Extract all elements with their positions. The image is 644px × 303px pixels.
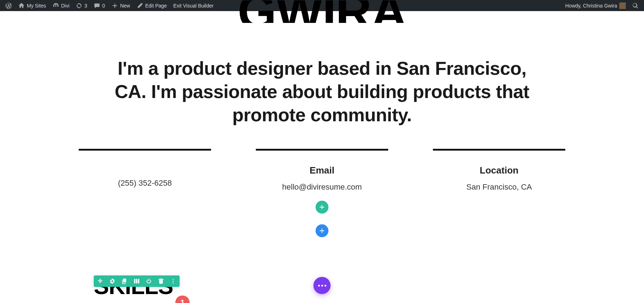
contact-email-column[interactable]: Email hello@diviresume.com: [244, 149, 400, 237]
row-more-button[interactable]: [170, 278, 177, 285]
comments-link[interactable]: 0: [91, 0, 108, 11]
plus-icon: [112, 3, 118, 9]
divider: [256, 149, 388, 151]
dot-icon: [318, 285, 320, 287]
site-name-label: Divi: [61, 3, 69, 9]
wordpress-icon: [5, 3, 12, 9]
divider: [79, 149, 211, 151]
dot-icon: [325, 285, 326, 287]
row-delete-button[interactable]: [157, 278, 165, 285]
divider: [433, 149, 565, 151]
builder-menu-button[interactable]: [313, 277, 331, 294]
row-move-button[interactable]: [97, 278, 104, 285]
my-sites-label: My Sites: [27, 3, 46, 9]
exit-vb-label: Exit Visual Builder: [173, 3, 214, 9]
location-label[interactable]: Location: [421, 165, 577, 176]
row-columns-button[interactable]: [133, 278, 140, 285]
search-icon: [632, 3, 639, 9]
wp-logo[interactable]: [2, 0, 15, 11]
row-toolbar: [94, 275, 180, 287]
comment-icon: [94, 3, 100, 9]
add-row-button[interactable]: [316, 224, 328, 237]
gauge-icon: [53, 3, 59, 9]
svg-point-0: [173, 279, 174, 280]
admin-search[interactable]: [629, 0, 642, 11]
home-icon: [18, 3, 25, 9]
edit-page-label: Edit Page: [145, 3, 167, 9]
howdy-link[interactable]: Howdy, Christina Gwira: [562, 0, 629, 11]
contact-location-column[interactable]: Location San Francisco, CA: [421, 149, 577, 237]
update-icon: [76, 3, 82, 9]
email-label[interactable]: Email: [244, 165, 400, 176]
svg-point-1: [173, 281, 174, 282]
dot-icon: [321, 285, 323, 287]
svg-point-2: [173, 283, 174, 284]
edit-page-link[interactable]: Edit Page: [133, 0, 170, 11]
contact-phone-column[interactable]: (255) 352-6258: [67, 149, 223, 237]
contact-row: (255) 352-6258 Email hello@diviresume.co…: [0, 149, 644, 237]
row-duplicate-button[interactable]: [121, 278, 128, 285]
my-sites-link[interactable]: My Sites: [15, 0, 49, 11]
email-value[interactable]: hello@diviresume.com: [244, 182, 400, 192]
add-module-button[interactable]: [316, 201, 328, 214]
new-link[interactable]: New: [108, 0, 133, 11]
row-power-button[interactable]: [145, 278, 152, 285]
exit-vb-link[interactable]: Exit Visual Builder: [170, 0, 217, 11]
hero-intro[interactable]: I'm a product designer based in San Fran…: [111, 57, 533, 127]
comments-count: 0: [102, 3, 105, 9]
page-canvas: GWIRA I'm a product designer based in Sa…: [0, 0, 644, 299]
phone-value[interactable]: (255) 352-6258: [67, 179, 223, 188]
site-name-link[interactable]: Divi: [49, 0, 73, 11]
pencil-icon: [137, 3, 143, 9]
howdy-label: Howdy, Christina Gwira: [565, 3, 617, 9]
location-value[interactable]: San Francisco, CA: [421, 182, 577, 192]
avatar: [619, 3, 626, 9]
updates-count: 3: [84, 3, 87, 9]
row-settings-button[interactable]: [109, 278, 116, 285]
updates-link[interactable]: 3: [73, 0, 91, 11]
new-label: New: [120, 3, 130, 9]
